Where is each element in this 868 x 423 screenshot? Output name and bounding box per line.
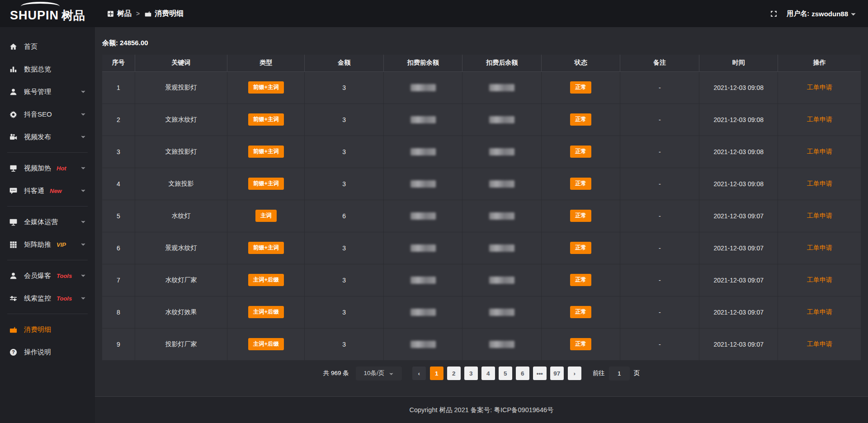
breadcrumb-item-home[interactable]: 树品 (107, 9, 132, 19)
cell-balance-after (462, 232, 542, 264)
sidebar-item-sliders-10[interactable]: 线索监控Tools (0, 287, 95, 310)
next-page-button[interactable]: › (568, 367, 581, 380)
cell-status: 正常 (541, 264, 620, 296)
sidebar-item-screen-5[interactable]: 视频加热Hot (0, 157, 95, 179)
page-button-6[interactable]: 6 (516, 367, 529, 380)
cell-action: 工单申请 (778, 232, 861, 264)
page-button-2[interactable]: 2 (447, 367, 461, 380)
sidebar-item-question-12[interactable]: ?操作说明 (0, 341, 95, 363)
wallet-icon (9, 325, 18, 334)
cell-time: 2021-12-03 09:08 (699, 168, 778, 200)
consumption-table-wrap: 序号关键词类型金额扣费前余额扣费后余额状态备注时间操作 1景观投影灯前缀+主词3… (102, 55, 861, 361)
sidebar-item-label: 操作说明 (24, 348, 51, 357)
cell-index: 5 (102, 200, 135, 232)
consumption-table: 序号关键词类型金额扣费前余额扣费后余额状态备注时间操作 1景观投影灯前缀+主词3… (102, 55, 861, 361)
logo-text-cn: 树品 (61, 8, 85, 24)
page-button-97[interactable]: 97 (550, 367, 564, 380)
logo-arc (21, 2, 60, 11)
page-button-3[interactable]: 3 (464, 367, 478, 380)
cell-remark: - (620, 328, 699, 360)
cell-balance-before (383, 296, 462, 328)
work-order-link[interactable]: 工单申请 (807, 212, 832, 219)
sidebar-item-video-4[interactable]: 视频发布 (0, 126, 95, 148)
breadcrumb-item-current[interactable]: 消费明细 (144, 9, 184, 19)
sidebar-divider (7, 152, 88, 153)
work-order-link[interactable]: 工单申请 (807, 148, 832, 155)
cell-amount: 3 (305, 103, 384, 136)
column-header: 序号 (102, 55, 135, 71)
sidebar-item-grid-8[interactable]: 矩阵助推VIP (0, 233, 95, 256)
cell-index: 9 (102, 328, 135, 360)
sidebar-item-monitor-7[interactable]: 全媒体运营 (0, 211, 95, 233)
type-badge: 前缀+主词 (248, 81, 284, 94)
chevron-down-icon (80, 296, 86, 301)
fullscreen-icon[interactable] (770, 10, 778, 18)
sliders-icon (9, 294, 18, 303)
user-label: 用户名: (787, 9, 809, 18)
status-badge: 正常 (570, 178, 591, 190)
masked-balance (410, 341, 436, 348)
type-badge: 前缀+主词 (248, 242, 284, 254)
logo: SHUPIN 树品 (0, 0, 95, 27)
cell-balance-after (462, 168, 542, 200)
status-badge: 正常 (570, 242, 591, 254)
work-order-link[interactable]: 工单申请 (807, 84, 832, 91)
status-badge: 正常 (570, 113, 591, 126)
type-badge: 主词+后缀 (248, 338, 284, 350)
page-button-4[interactable]: 4 (481, 367, 495, 380)
topbar: SHUPIN 树品 树品 > 消费明细 用户名: zswodun88 (0, 0, 868, 27)
cell-type: 前缀+主词 (227, 232, 305, 264)
sidebar-item-home-0[interactable]: 首页 (0, 35, 95, 58)
cell-keyword: 文旅投影灯 (135, 136, 227, 168)
page-button-1[interactable]: 1 (430, 367, 443, 380)
masked-balance (489, 180, 514, 188)
app-window-icon (107, 10, 114, 18)
cell-amount: 3 (305, 296, 384, 328)
work-order-link[interactable]: 工单申请 (807, 340, 832, 348)
masked-balance (489, 84, 514, 91)
balance: 余额:24856.00 (95, 27, 868, 55)
cell-status: 正常 (541, 200, 620, 232)
copyright-text: Copyright 树品 2021 备案号: 粤ICP备09019646号 (409, 406, 553, 414)
cell-keyword: 投影灯厂家 (135, 328, 227, 360)
work-order-link[interactable]: 工单申请 (807, 116, 832, 123)
work-order-link[interactable]: 工单申请 (807, 308, 832, 315)
type-badge: 主词 (255, 210, 277, 222)
work-order-link[interactable]: 工单申请 (807, 180, 832, 187)
page-button-5[interactable]: 5 (499, 367, 512, 380)
topbar-right: 用户名: zswodun88 (770, 9, 856, 18)
cell-type: 前缀+主词 (227, 136, 305, 168)
masked-balance (489, 116, 514, 123)
sidebar-item-label: 抖客通 (24, 187, 44, 195)
table-row: 3文旅投影灯前缀+主词3正常-2021-12-03 09:08工单申请 (102, 136, 861, 168)
table-row: 8水纹灯效果主词+后缀3正常-2021-12-03 09:07工单申请 (102, 296, 861, 328)
prev-page-button[interactable]: ‹ (412, 367, 426, 380)
goto-page-input[interactable] (609, 367, 630, 381)
user-menu[interactable]: 用户名: zswodun88 (787, 9, 856, 18)
masked-balance (410, 277, 436, 284)
sidebar-item-wallet-11[interactable]: 消费明细 (0, 318, 95, 341)
cell-keyword: 文旅水纹灯 (135, 103, 227, 136)
masked-balance (489, 244, 514, 252)
page-size-select[interactable]: 10条/页 (356, 367, 402, 381)
user-icon (9, 88, 18, 96)
work-order-link[interactable]: 工单申请 (807, 244, 832, 251)
sidebar-item-gear-3[interactable]: 抖音SEO (0, 103, 95, 126)
sidebar-item-user-2[interactable]: 账号管理 (0, 80, 95, 103)
sidebar-item-user-9[interactable]: 会员爆客Tools (0, 264, 95, 287)
sidebar-item-tag: VIP (57, 241, 66, 248)
table-row: 6景观水纹灯前缀+主词3正常-2021-12-03 09:07工单申请 (102, 232, 861, 264)
cell-remark: - (620, 296, 699, 328)
table-row: 2文旅水纹灯前缀+主词3正常-2021-12-03 09:08工单申请 (102, 103, 861, 136)
column-header: 类型 (227, 55, 305, 71)
sidebar-item-bar-chart-1[interactable]: 数据总览 (0, 58, 95, 80)
column-header: 扣费后余额 (462, 55, 542, 71)
sidebar: 首页数据总览账号管理抖音SEO视频发布视频加热Hot抖客通New全媒体运营矩阵助… (0, 27, 95, 423)
sidebar-item-chat-6[interactable]: 抖客通New (0, 179, 95, 202)
sidebar-item-label: 线索监控 (24, 294, 51, 303)
bar-chart-icon (9, 65, 18, 74)
chevron-down-icon (80, 112, 86, 117)
cell-balance-before (383, 136, 462, 168)
page-ellipsis-button[interactable]: ••• (533, 367, 547, 380)
work-order-link[interactable]: 工单申请 (807, 276, 832, 283)
